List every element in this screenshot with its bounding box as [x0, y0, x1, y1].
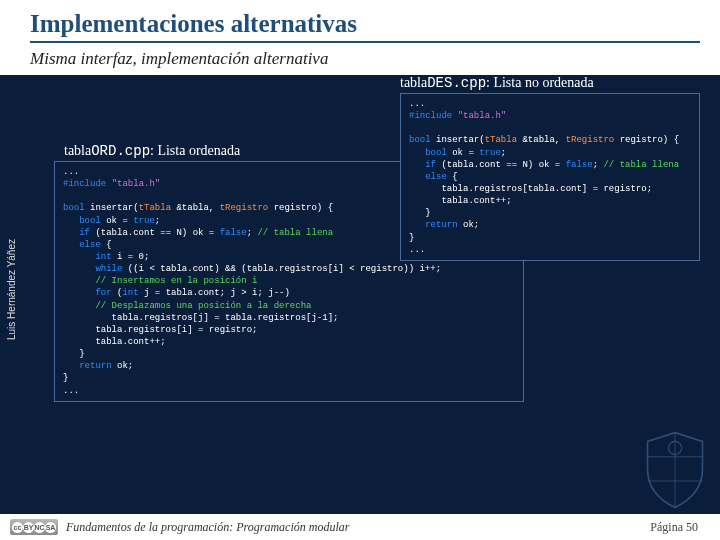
des-label: tablaDES.cpp: Lista no ordenada — [400, 75, 700, 91]
slide-subtitle: Misma interfaz, implementación alternati… — [30, 49, 700, 69]
cc-nc: NC — [34, 522, 45, 533]
footer: cc BY NC SA Fundamentos de la programaci… — [0, 514, 720, 540]
footer-page: Página 50 — [650, 520, 698, 535]
des-codebox: ... #include "tabla.h" bool insertar(tTa… — [400, 93, 700, 261]
footer-left: cc BY NC SA Fundamentos de la programaci… — [10, 519, 349, 535]
des-block: tablaDES.cpp: Lista no ordenada ... #inc… — [400, 75, 700, 261]
ord-label-prefix: tabla — [64, 143, 91, 158]
ord-label-file: ORD.cpp — [91, 143, 150, 159]
shield-icon — [642, 430, 708, 510]
ord-label-suffix: : Lista ordenada — [150, 143, 240, 158]
footer-text: Fundamentos de la programación: Programa… — [66, 520, 349, 535]
content-area: tablaDES.cpp: Lista no ordenada ... #inc… — [0, 75, 720, 402]
cc-sa: SA — [45, 522, 56, 533]
cc-license-icon: cc BY NC SA — [10, 519, 58, 535]
des-label-prefix: tabla — [400, 75, 427, 90]
cc-cc: cc — [12, 522, 23, 533]
header-panel: Implementaciones alternativas Misma inte… — [0, 0, 720, 75]
slide-title: Implementaciones alternativas — [30, 10, 700, 43]
cc-by: BY — [23, 522, 34, 533]
des-label-suffix: : Lista no ordenada — [486, 75, 594, 90]
des-label-file: DES.cpp — [427, 75, 486, 91]
author-sidebar: Luis Hernández Yáñez — [6, 239, 17, 340]
